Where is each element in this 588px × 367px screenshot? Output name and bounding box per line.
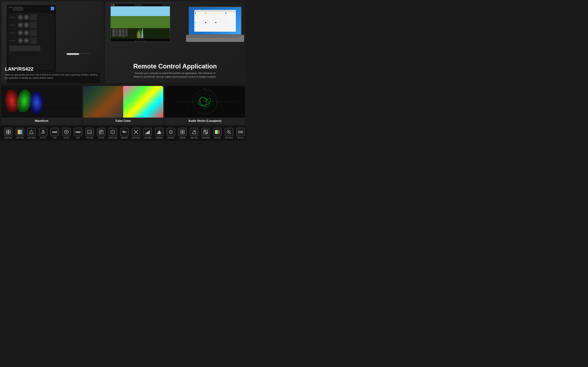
timecode-label: Time code [86,137,93,139]
key-row-3 [187,37,238,38]
waveform-overlay [111,28,170,39]
svg-line-40 [169,133,170,133]
peaking-label: Peaking [180,137,185,139]
svg-rect-29 [159,130,160,134]
right-panel-remote: VideoMonitor Temp: 40°C [105,1,245,83]
color-bar-icon-box [213,128,222,136]
svg-rect-50 [204,130,206,132]
quad-split-icon [6,130,11,134]
icon-item-audio-vector: Audio Vector [131,128,141,139]
monitor-screen: 9 14 7 19 13 [111,6,170,39]
check-field-icon [203,130,208,134]
rs422-port [18,46,25,51]
monitor-top-bar: VideoMonitor Temp: 40°C [111,4,170,6]
icon-item-peaking: Peaking [177,128,188,139]
histogram-icon [157,130,162,134]
waveform-blue-shape [28,91,44,115]
lissajous-path [198,97,211,107]
sdi-port-row-4: 12G-SDI [10,37,53,44]
audio-vector-icon-label: Audio Vector [132,137,141,139]
color-bar-label: Color bar [214,137,221,139]
color-dot-yellow [215,13,216,14]
sdi-label-1: 12G-SDI [10,17,17,18]
audio-vector-icon-box [132,128,140,136]
audio-vector-label: Audio Vector (Lissajous) [188,119,221,123]
remote-label: Remote [98,137,104,139]
icon-item-pix-to-pix: Pix to pix [235,128,246,139]
svg-rect-54 [216,130,217,134]
icon-item-waveform: Waveform [119,128,130,139]
check-field-label: Check field [202,137,210,139]
monitor-bottom [111,39,170,42]
field-background: 9 14 7 19 13 [111,6,170,39]
cout-port [25,46,32,51]
icon-item-umd: UMD UMD [73,128,83,139]
false-color-icon-box [190,128,198,136]
svg-rect-53 [215,130,216,134]
monitor-btn-1[interactable] [135,41,136,42]
sdi-port-row-2: 12G-SDI [10,22,53,28]
false-color-icon [192,130,197,134]
laptop-screen-frame [189,7,241,35]
histogram-label: Histogram [156,137,163,139]
monitor-btn-4[interactable] [142,41,143,42]
pixel-zoom-label: Pixel zoom [225,137,233,139]
color-dot-purple [215,22,216,23]
wf-bar-1 [137,33,137,38]
laptop-keyboard [186,35,244,42]
monitor-btn-3[interactable] [140,41,141,42]
pix-to-pix-icon-box [236,128,245,136]
sdi-connector-2 [24,15,29,20]
pixel-zoom-icon-box [225,128,233,136]
waveform-icon-label: Waveform [121,137,128,139]
wf-bar-3 [139,32,139,38]
level-meter-icon [145,130,150,134]
right-panel-text: Remote Control Application Connect your … [128,63,223,79]
cable-wire [79,53,90,54]
monitor-buttons [135,40,146,42]
wf-bar-5 [141,35,141,38]
icon-item-color-space: Color Space [26,128,37,139]
device-back-panel: HDMI 12G-SDI 12G-SDI [7,5,56,72]
waveform-panel: Waveform [1,86,82,125]
waveform-line [1,105,82,105]
left-panel-lan-rs422: HDMI 12G-SDI 12G-SDI [1,1,104,83]
level-meter-label: Level meter [143,137,152,139]
peaking-icon-box [178,128,187,136]
svg-rect-22 [146,133,146,134]
gamma-icon [64,130,69,134]
svg-rect-64 [241,131,243,133]
remote-control-title: Remote Control Application [131,63,219,70]
bottom-icons-section: Quad-Split Color Temp Color Space [0,126,246,141]
app-close-dot [195,11,196,11]
sdi-connector-5 [18,30,23,35]
svg-rect-23 [147,132,148,134]
remote-control-description: Connect your computer to control the mon… [131,71,219,79]
svg-rect-4 [18,130,20,134]
device-top-ports: HDMI [8,7,54,11]
icon-item-color-bar: Color bar [212,128,223,139]
av-lissajous [194,93,215,110]
3d-lut-text: 3DLUT [41,130,45,134]
middle-section: Waveform False Color [0,84,246,126]
gpi-port [10,46,17,51]
monitor-btn-2[interactable] [137,41,139,42]
svg-rect-63 [239,131,240,133]
svg-rect-25 [149,130,149,134]
svg-rect-24 [148,131,149,134]
waveform-icon [122,130,127,134]
sdi-connector-7 [18,38,23,43]
color-space-icon-box [27,128,36,136]
key-row-2 [187,36,241,37]
sdi-port-row-3: 12G-SDI [10,30,53,36]
quad-split-icon-box [4,128,12,136]
false-color-left [83,86,123,117]
svg-rect-5 [20,130,22,134]
av-label-y: Y [204,88,205,89]
top-section: HDMI 12G-SDI 12G-SDI [0,0,246,84]
icon-item-hdr: HDR HDR [49,128,60,139]
timecode-icon: 00:00 :00:00 [87,130,92,134]
laptop-app-content [194,12,236,32]
monitor-btn-5[interactable] [144,41,146,42]
laptop-app-window [194,10,236,32]
